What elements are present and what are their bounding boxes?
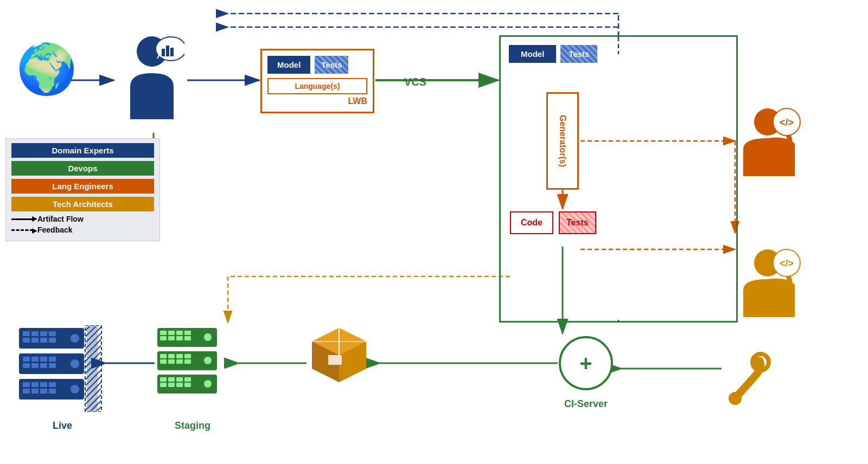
svg-rect-56 [176, 331, 183, 335]
svg-rect-89 [31, 338, 39, 343]
svg-rect-94 [31, 357, 39, 362]
svg-rect-74 [176, 377, 183, 382]
svg-rect-70 [184, 359, 191, 364]
svg-rect-113 [86, 326, 101, 411]
svg-point-62 [204, 333, 212, 341]
generator-label: Generator(s) [558, 115, 567, 167]
diagram-container: 🌍 Model Tests Language(s) LWB VCS Model … [0, 0, 868, 464]
domain-expert-figure [119, 33, 184, 127]
svg-rect-104 [40, 382, 47, 387]
ci-server-label: CI-Server [545, 398, 627, 410]
lwb-tests-block: Tests [315, 56, 348, 74]
legend-feedback: Feedback [11, 225, 154, 234]
lwb-box: Model Tests Language(s) LWB [260, 49, 374, 113]
svg-rect-102 [23, 382, 30, 387]
svg-rect-66 [184, 354, 191, 358]
staging-server [155, 325, 225, 403]
svg-rect-67 [160, 359, 167, 364]
lwb-model-block: Model [267, 56, 310, 74]
svg-rect-98 [31, 363, 39, 368]
svg-rect-90 [40, 338, 47, 343]
svg-text:</>: </> [780, 117, 794, 128]
svg-rect-33 [166, 46, 169, 56]
ci-tests-block: Tests [560, 45, 597, 63]
svg-rect-84 [23, 331, 30, 336]
svg-point-110 [71, 385, 79, 394]
legend-devops: Devops [11, 161, 154, 176]
svg-rect-91 [49, 338, 56, 343]
svg-rect-77 [168, 383, 175, 387]
svg-rect-95 [40, 357, 47, 362]
svg-point-101 [71, 359, 79, 368]
svg-rect-55 [168, 331, 175, 335]
package-icon [307, 325, 372, 387]
svg-rect-103 [31, 382, 39, 387]
svg-rect-76 [160, 383, 167, 387]
svg-rect-109 [49, 389, 56, 394]
svg-rect-99 [40, 363, 47, 368]
svg-rect-105 [49, 382, 56, 387]
ci-model-block: Model [509, 45, 556, 63]
code-box: Code Tests [510, 211, 596, 234]
legend-box: Domain Experts Devops Lang Engineers Tec… [5, 138, 160, 241]
live-server [16, 325, 103, 414]
svg-point-71 [204, 357, 212, 364]
svg-rect-85 [31, 331, 39, 336]
legend-tech-architects: Tech Architects [11, 197, 154, 211]
tech-figure [722, 347, 803, 414]
svg-rect-58 [160, 336, 167, 340]
svg-rect-63 [160, 354, 167, 358]
legend-lang-engineers: Lang Engineers [11, 179, 154, 194]
svg-rect-86 [40, 331, 47, 336]
generator-box: Generator(s) [546, 92, 579, 190]
code-block: Code [510, 211, 553, 234]
svg-rect-68 [168, 359, 175, 364]
svg-rect-59 [168, 336, 175, 340]
ci-server-circle: + [559, 336, 613, 390]
svg-rect-78 [176, 383, 183, 387]
svg-rect-73 [168, 377, 175, 382]
svg-rect-60 [176, 336, 183, 340]
svg-rect-32 [162, 49, 165, 56]
svg-rect-75 [184, 377, 191, 382]
svg-point-80 [204, 380, 212, 388]
svg-point-92 [71, 334, 79, 343]
svg-rect-106 [23, 389, 30, 394]
svg-rect-34 [170, 48, 174, 56]
svg-rect-72 [160, 377, 167, 382]
svg-rect-64 [168, 354, 175, 358]
tech-reviewer-1: </> [738, 106, 803, 178]
svg-rect-100 [49, 363, 56, 368]
svg-rect-93 [23, 357, 30, 362]
svg-rect-54 [160, 331, 167, 335]
svg-point-30 [156, 37, 184, 61]
svg-rect-69 [176, 359, 183, 364]
svg-text:</>: </> [780, 258, 794, 269]
svg-rect-97 [23, 363, 30, 368]
legend-artifact-flow: Artifact Flow [11, 215, 154, 223]
legend-domain-experts: Domain Experts [11, 143, 154, 158]
staging-label: Staging [157, 420, 228, 431]
svg-point-43 [729, 392, 742, 405]
svg-rect-88 [23, 338, 30, 343]
vcs-label: VCS [404, 76, 426, 88]
svg-rect-61 [184, 336, 191, 340]
ci-server-box: Model Tests [499, 35, 738, 323]
svg-rect-57 [184, 331, 191, 335]
svg-rect-96 [49, 357, 56, 362]
tech-reviewer-2: </> [738, 247, 803, 319]
svg-rect-50 [328, 355, 342, 365]
svg-rect-107 [31, 389, 39, 394]
globe-icon: 🌍 [16, 41, 77, 98]
tests-block: Tests [559, 211, 596, 234]
lwb-label: LWB [267, 96, 367, 106]
svg-rect-79 [184, 383, 191, 387]
live-label: Live [27, 420, 98, 431]
svg-rect-87 [49, 331, 56, 336]
svg-rect-65 [176, 354, 183, 358]
svg-rect-108 [40, 389, 47, 394]
lwb-language-block: Language(s) [267, 78, 367, 94]
